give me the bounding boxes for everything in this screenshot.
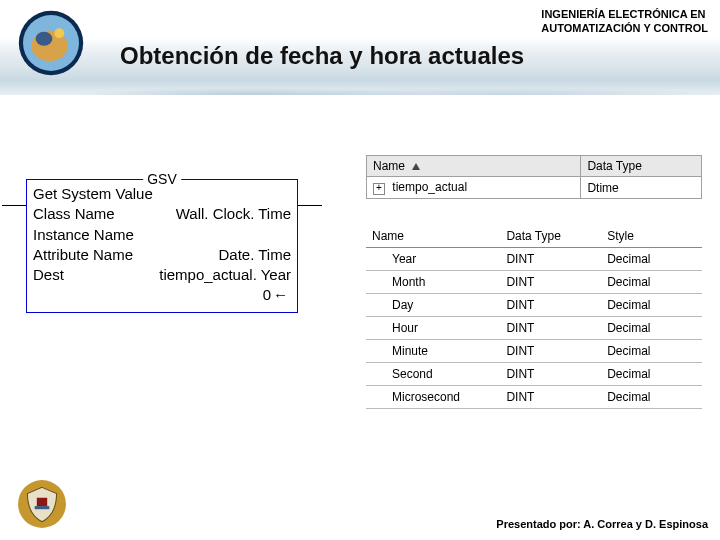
page-title: Obtención de fecha y hora actuales	[120, 42, 524, 70]
department-label: INGENIERÍA ELECTRÓNICA EN AUTOMATIZACIÓN…	[541, 8, 708, 36]
svg-point-3	[36, 32, 53, 46]
gsv-box: GSV Get System Value Class Name Wall. Cl…	[26, 179, 298, 313]
tag-col-dtype: Data Type	[581, 156, 702, 177]
svg-rect-7	[35, 506, 50, 509]
members-col-dtype: Data Type	[500, 225, 601, 248]
table-row: MinuteDINTDecimal	[366, 340, 702, 363]
instance-name-label: Instance Name	[33, 225, 134, 245]
member-dtype: DINT	[500, 386, 601, 409]
table-row: DayDINTDecimal	[366, 294, 702, 317]
gsv-instruction-block: GSV Get System Value Class Name Wall. Cl…	[26, 179, 298, 313]
tag-name: tiempo_actual	[392, 180, 467, 194]
shield-logo-icon	[16, 478, 68, 530]
institution-logo-icon	[16, 8, 86, 78]
member-style: Decimal	[601, 294, 702, 317]
member-dtype: DINT	[500, 248, 601, 271]
member-style: Decimal	[601, 386, 702, 409]
svg-rect-6	[37, 498, 47, 506]
member-style: Decimal	[601, 317, 702, 340]
left-arrow-icon: ←	[273, 286, 288, 303]
rung-wire-right	[298, 205, 322, 206]
member-name: Hour	[366, 317, 500, 340]
member-dtype: DINT	[500, 271, 601, 294]
sort-asc-icon	[412, 163, 420, 170]
member-name: Microsecond	[366, 386, 500, 409]
members-table: Name Data Type Style YearDINTDecimal Mon…	[366, 225, 702, 409]
svg-point-4	[55, 28, 65, 38]
gsv-legend: GSV	[143, 170, 181, 189]
member-name: Day	[366, 294, 500, 317]
dest-label: Dest	[33, 265, 77, 285]
members-col-style: Style	[601, 225, 702, 248]
tag-col-name-label: Name	[373, 159, 405, 173]
member-style: Decimal	[601, 340, 702, 363]
members-col-name: Name	[366, 225, 500, 248]
table-row: HourDINTDecimal	[366, 317, 702, 340]
tag-table: Name Data Type + tiempo_actual Dtime	[366, 155, 702, 199]
slide-content: GSV Get System Value Class Name Wall. Cl…	[0, 95, 720, 495]
attribute-name-label: Attribute Name	[33, 245, 133, 265]
table-row: MonthDINTDecimal	[366, 271, 702, 294]
dest-initial-value: 0	[263, 286, 271, 303]
dept-line2: AUTOMATIZACIÓN Y CONTROL	[541, 22, 708, 36]
rung-wire-left	[2, 205, 26, 206]
dept-line1: INGENIERÍA ELECTRÓNICA EN	[541, 8, 708, 22]
class-name-label: Class Name	[33, 204, 115, 224]
member-style: Decimal	[601, 248, 702, 271]
member-name: Second	[366, 363, 500, 386]
table-row: SecondDINTDecimal	[366, 363, 702, 386]
attribute-name-value: Date. Time	[218, 245, 291, 265]
table-row: + tiempo_actual Dtime	[367, 177, 702, 199]
slide-footer: Presentado por: A. Correa y D. Espinosa	[496, 518, 708, 530]
table-row: YearDINTDecimal	[366, 248, 702, 271]
member-dtype: DINT	[500, 317, 601, 340]
class-name-value: Wall. Clock. Time	[176, 204, 291, 224]
tag-col-name: Name	[367, 156, 581, 177]
member-name: Year	[366, 248, 500, 271]
member-style: Decimal	[601, 363, 702, 386]
table-row: MicrosecondDINTDecimal	[366, 386, 702, 409]
slide-header: INGENIERÍA ELECTRÓNICA EN AUTOMATIZACIÓN…	[0, 0, 720, 95]
member-style: Decimal	[601, 271, 702, 294]
dest-value: tiempo_actual. Year	[77, 265, 291, 285]
expand-icon[interactable]: +	[373, 183, 385, 195]
tag-dtype: Dtime	[581, 177, 702, 199]
member-dtype: DINT	[500, 294, 601, 317]
member-name: Month	[366, 271, 500, 294]
member-name: Minute	[366, 340, 500, 363]
member-dtype: DINT	[500, 363, 601, 386]
member-dtype: DINT	[500, 340, 601, 363]
